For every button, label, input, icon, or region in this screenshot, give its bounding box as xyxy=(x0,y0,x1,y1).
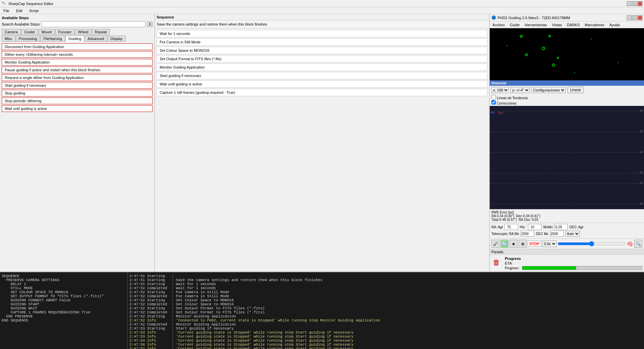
progress-info: Progress ETA: Progress : xyxy=(505,257,642,270)
search-label: Search Available Steps xyxy=(2,22,40,26)
step-start-guiding[interactable]: Start guiding if necessary xyxy=(2,82,153,89)
step-stop-guiding[interactable]: Stop guiding xyxy=(2,90,153,96)
tab-camera[interactable]: Camera xyxy=(2,29,21,35)
limpiar-btn[interactable]: Limpiar xyxy=(567,87,584,93)
ra-agr-input[interactable] xyxy=(505,224,518,230)
phd2-menu-ayuda[interactable]: Ayuda xyxy=(608,23,621,27)
seq-item-5[interactable]: Start guiding if necessary xyxy=(157,72,487,79)
x-select[interactable]: x: 100 xyxy=(491,87,509,93)
step-stop-periodic-dithering[interactable]: Stop periodic dithering xyxy=(2,98,153,104)
phd2-guide-btn[interactable]: 🔄 xyxy=(500,240,509,248)
phd2-loop-btn[interactable]: 🖊 xyxy=(491,240,499,248)
close-btn[interactable]: ✕ xyxy=(638,1,642,6)
mnmo-label: MnMo xyxy=(543,225,553,229)
total-rms: Total 0.48 (0.57") xyxy=(491,218,517,222)
menu-edit[interactable]: Edit xyxy=(14,8,24,13)
tab-mount[interactable]: Mount xyxy=(39,29,55,35)
phd2-crosshair-btn[interactable]: ⊕ xyxy=(519,240,527,248)
his-input[interactable] xyxy=(528,224,541,230)
search-btn[interactable]: 🔍 xyxy=(634,240,642,248)
phd2-close-btn[interactable]: ✕ xyxy=(638,15,642,20)
step-disconnect-guiding[interactable]: Disconnect from Guiding Application xyxy=(2,43,153,50)
time-select[interactable]: 3.0s xyxy=(542,240,557,247)
seq-item-4[interactable]: Monitor Guiding Application xyxy=(157,64,487,71)
chart-line-1 xyxy=(490,111,644,111)
tab-filenaming[interactable]: FileNaming xyxy=(40,36,65,42)
tab-focuser[interactable]: Focuser xyxy=(55,29,75,35)
star-6 xyxy=(549,35,551,37)
phd2-menu-archivo[interactable]: Archivo xyxy=(491,23,507,27)
phd2-window-controls: – □ ✕ xyxy=(627,15,642,20)
phd2-menu-herramientas[interactable]: Herramientas xyxy=(523,23,549,27)
dec-mx-label: DEC Mx xyxy=(536,232,548,236)
phd2-restore-btn[interactable]: □ xyxy=(632,15,637,20)
dec-mx-input[interactable] xyxy=(550,231,564,237)
progress-bar-fill xyxy=(522,266,576,270)
seq-item-1[interactable]: Put Camera in Still Mode xyxy=(157,38,487,46)
phd2-rms-stats: RMS Error [px]: RA 0.34 (0.40") Dec 0.34… xyxy=(490,209,644,223)
phd2-stop-btn[interactable]: STOP xyxy=(528,241,541,247)
tab-misc[interactable]: Misc xyxy=(2,36,15,42)
lineas-tendencia-check[interactable] xyxy=(491,95,496,99)
star-1 xyxy=(520,35,523,38)
mnmo-input[interactable] xyxy=(554,224,568,230)
left-panel: Available Steps Search Available Steps X… xyxy=(0,14,155,272)
menu-file[interactable]: File xyxy=(2,8,11,13)
phd2-menu: Archivo Guide Herramientas Vistas DARKS … xyxy=(490,22,644,28)
menu-script[interactable]: Script xyxy=(28,8,40,13)
seq-item-7[interactable]: Capture 1 still frames (guiding required… xyxy=(157,89,487,96)
step-pause-guiding[interactable]: Pause guiding if active and restart when… xyxy=(2,67,153,73)
tab-advanced[interactable]: Advanced xyxy=(85,36,107,42)
brain-btn[interactable]: 🧠 xyxy=(627,241,633,247)
menu-bar: File Edit Script xyxy=(0,7,644,14)
progress-panel: 🗑 Progress ETA: Progress : xyxy=(490,255,644,272)
tab-wheel[interactable]: Wheel xyxy=(75,29,91,35)
seq-item-6[interactable]: Wait until guiding is active xyxy=(157,80,487,88)
ra-row: RA: Agr His MnMo DEC: Agr xyxy=(491,224,642,230)
title-bar: 🔭 SharpCap Sequence Editor – □ ✕ xyxy=(0,0,644,7)
ra-mx-input[interactable] xyxy=(521,231,534,237)
parado-status: Parado. xyxy=(490,249,644,255)
star-9 xyxy=(617,62,619,63)
y-select[interactable]: y: +/-4" xyxy=(511,87,530,93)
star-5 xyxy=(552,64,555,67)
phd2-menu-darks[interactable]: DARKS xyxy=(565,23,581,27)
tab-cooler[interactable]: Cooler xyxy=(21,29,38,35)
sequence-items: Wait for 1 seconds Put Camera in Still M… xyxy=(155,28,489,98)
dec-row: Telescopio: RA Mx DEC Mx Auto xyxy=(491,231,642,237)
tab-processing[interactable]: Processing xyxy=(16,36,40,42)
seq-item-3[interactable]: Set Output Format to FITS files (*.fits) xyxy=(157,55,487,63)
correcciones-check[interactable] xyxy=(491,100,496,105)
phd2-star-btn[interactable]: ★ xyxy=(510,240,518,248)
phd2-menu-vistas[interactable]: Vistas xyxy=(550,23,564,27)
right-panel: 🔵 PHD2 Guiding 2.6.9dev3 - 72ED ASI178MM… xyxy=(489,14,644,272)
auto-select[interactable]: Auto xyxy=(565,231,580,237)
step-dither-interval[interactable]: Dither every <Dithering Interval> second… xyxy=(2,51,153,58)
search-clear-btn[interactable]: X xyxy=(147,22,153,27)
maximize-btn[interactable]: □ xyxy=(632,1,637,6)
exposure-slider[interactable] xyxy=(558,242,626,245)
tab-guiding[interactable]: Guiding xyxy=(66,36,84,42)
seq-item-0[interactable]: Wait for 1 seconds xyxy=(157,30,487,37)
phd2-icon: 🔵 xyxy=(491,15,496,20)
progress-label: Progress xyxy=(505,257,642,261)
middle-panel: Sequence Save the camera settings and re… xyxy=(155,14,489,272)
minimize-btn[interactable]: – xyxy=(627,1,632,6)
tab-repeat[interactable]: Repeat xyxy=(92,29,110,35)
chart-line-6 xyxy=(490,204,644,204)
app-container: 🔭 SharpCap Sequence Editor – □ ✕ File Ed… xyxy=(0,0,644,349)
phd2-menu-marcadores[interactable]: Marcadores xyxy=(583,23,606,27)
search-row: Search Available Steps X xyxy=(2,21,153,27)
search-input[interactable] xyxy=(41,21,146,27)
step-wait-guiding[interactable]: Wait until guiding is active xyxy=(2,105,153,112)
tab-display[interactable]: Display xyxy=(108,36,126,42)
chart-label-n1: -1" xyxy=(639,171,643,174)
step-request-dither[interactable]: Request a single dither from Guiding App… xyxy=(2,74,153,81)
chart-label-2: 2" xyxy=(640,130,643,133)
phd2-minimize-btn[interactable]: – xyxy=(627,15,632,20)
trash-icon[interactable]: 🗑 xyxy=(491,257,501,268)
seq-item-2[interactable]: Set Colour Space to MONO16 xyxy=(157,47,487,54)
step-monitor-guiding[interactable]: Monitor Guiding Application xyxy=(2,59,153,66)
phd2-menu-guide[interactable]: Guide xyxy=(508,23,521,27)
configuraciones-select[interactable]: Configuraciones xyxy=(531,87,566,93)
